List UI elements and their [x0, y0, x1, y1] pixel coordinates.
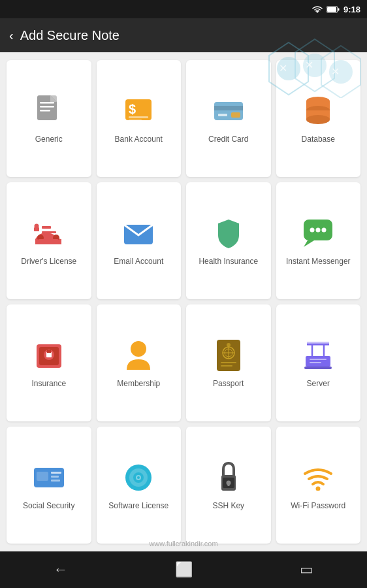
instant-messenger-label: Instant Messenger	[286, 257, 351, 267]
insurance-label: Insurance	[31, 379, 66, 389]
grid-item-wifi-password[interactable]: Wi-Fi Password	[276, 427, 361, 544]
battery-status-icon	[327, 6, 340, 13]
header: ‹ Add Secure Note	[0, 18, 367, 52]
svg-rect-58	[221, 365, 232, 367]
grid-item-social-security[interactable]: Social Security	[7, 427, 91, 544]
membership-label: Membership	[117, 379, 160, 389]
svg-rect-2	[338, 8, 339, 10]
insurance-icon	[32, 338, 66, 372]
svg-point-82	[316, 486, 321, 491]
svg-rect-20	[129, 116, 148, 118]
grid-item-membership[interactable]: Membership	[97, 304, 182, 421]
wifi-status-icon	[312, 5, 323, 13]
svg-rect-60	[306, 356, 330, 367]
membership-icon	[121, 338, 155, 372]
notes-grid: Generic $ Bank Account Credit Card	[0, 52, 367, 551]
home-nav-button[interactable]: ⬜	[162, 556, 206, 583]
generic-label: Generic	[35, 135, 63, 145]
drivers-license-label: Driver's License	[21, 257, 76, 267]
credit-card-label: Credit Card	[208, 135, 248, 145]
svg-rect-23	[214, 106, 243, 110]
svg-rect-62	[310, 362, 321, 363]
svg-rect-33	[42, 226, 51, 229]
ssh-key-icon	[212, 461, 246, 495]
svg-rect-37	[38, 239, 59, 244]
bottom-navigation-bar: ← ⬜ ▭	[0, 551, 367, 588]
svg-point-51	[131, 341, 146, 357]
svg-rect-57	[221, 362, 236, 363]
svg-rect-15	[40, 110, 50, 112]
health-insurance-icon	[212, 216, 246, 250]
grid-item-insurance[interactable]: Insurance	[7, 304, 91, 421]
passport-icon	[212, 338, 246, 372]
grid-item-email-account[interactable]: Email Account	[97, 182, 182, 299]
health-insurance-label: Health Insurance	[199, 257, 258, 267]
wifi-password-icon	[301, 461, 335, 495]
svg-rect-50	[47, 350, 51, 353]
svg-marker-40	[304, 240, 314, 247]
grid-item-software-license[interactable]: Software License	[97, 427, 182, 544]
svg-rect-67	[304, 367, 332, 369]
status-time: 9:18	[343, 5, 360, 14]
svg-rect-47	[46, 352, 52, 357]
bank-account-icon: $	[121, 94, 155, 128]
svg-rect-24	[218, 114, 227, 116]
svg-point-41	[310, 227, 315, 232]
svg-rect-25	[231, 112, 240, 118]
email-account-icon	[121, 216, 155, 250]
recent-nav-button[interactable]: ▭	[287, 556, 327, 583]
grid-item-ssh-key[interactable]: SSH Key	[186, 427, 271, 544]
grid-item-health-insurance[interactable]: Health Insurance	[186, 182, 271, 299]
grid-item-credit-card[interactable]: Credit Card	[186, 60, 271, 177]
svg-rect-14	[40, 106, 54, 108]
back-button[interactable]: ‹	[9, 28, 14, 43]
svg-point-43	[322, 227, 327, 232]
ssh-key-label: SSH Key	[212, 501, 244, 512]
grid-item-generic[interactable]: Generic	[7, 60, 91, 177]
svg-rect-69	[37, 472, 48, 481]
page-title: Add Secure Note	[20, 28, 120, 43]
social-security-icon	[32, 461, 66, 495]
svg-rect-61	[310, 359, 327, 360]
svg-text:$: $	[129, 102, 136, 116]
wifi-password-label: Wi-Fi Password	[291, 501, 345, 512]
server-label: Server	[307, 379, 330, 389]
svg-rect-71	[51, 476, 59, 478]
grid-item-passport[interactable]: Passport	[186, 304, 271, 421]
passport-label: Passport	[213, 379, 244, 389]
svg-rect-1	[327, 7, 336, 12]
bank-account-label: Bank Account	[115, 135, 163, 145]
software-license-icon	[121, 461, 155, 495]
database-icon	[301, 94, 335, 128]
svg-point-59	[227, 343, 231, 347]
generic-icon	[32, 94, 66, 128]
svg-rect-66	[307, 342, 329, 346]
svg-rect-72	[51, 480, 60, 482]
svg-rect-70	[51, 472, 61, 474]
svg-point-42	[316, 227, 321, 232]
svg-rect-13	[40, 102, 54, 104]
back-nav-button[interactable]: ←	[40, 556, 81, 583]
svg-point-32	[34, 223, 39, 228]
software-license-label: Software License	[108, 501, 168, 512]
credit-card-icon	[212, 94, 246, 128]
social-security-label: Social Security	[23, 501, 74, 512]
instant-messenger-icon	[301, 216, 335, 250]
grid-item-bank-account[interactable]: $ Bank Account	[97, 60, 182, 177]
svg-point-30	[306, 115, 330, 124]
drivers-license-icon	[32, 216, 66, 250]
grid-item-instant-messenger[interactable]: Instant Messenger	[276, 182, 361, 299]
svg-point-77	[137, 476, 140, 479]
grid-item-server[interactable]: Server	[276, 304, 361, 421]
email-account-label: Email Account	[114, 257, 163, 267]
server-icon	[301, 338, 335, 372]
grid-item-database[interactable]: Database	[276, 60, 361, 177]
svg-rect-21	[129, 120, 142, 122]
grid-item-drivers-license[interactable]: Driver's License	[7, 182, 91, 299]
database-label: Database	[302, 135, 335, 145]
status-bar: 9:18	[0, 0, 367, 18]
svg-rect-81	[227, 483, 229, 486]
